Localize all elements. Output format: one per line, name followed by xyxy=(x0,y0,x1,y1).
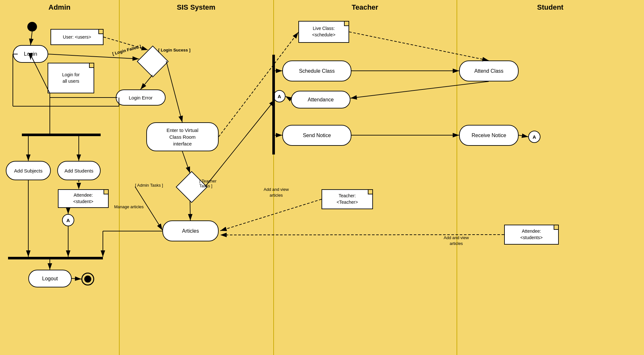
svg-line-36 xyxy=(519,135,528,137)
svg-line-30 xyxy=(350,81,489,98)
login-success-label: [ Login Sucess ] xyxy=(158,48,190,52)
attendee-student-note: Attendee:<student> xyxy=(58,189,109,208)
fork-bar-2 xyxy=(8,257,103,259)
fork-bar-1 xyxy=(22,134,101,136)
svg-line-2 xyxy=(31,32,32,45)
teacher-tasks-label: [ TeacherTasks ] xyxy=(199,179,216,188)
logout-node: Logout xyxy=(28,270,72,287)
attendee-students-note: Attendee:<students> xyxy=(504,225,559,245)
circle-a-admin: A xyxy=(62,214,74,226)
svg-line-29 xyxy=(349,32,489,61)
add-subjects-node: Add Subjects xyxy=(6,161,51,180)
attend-class-node: Attend Class xyxy=(459,61,519,81)
lane-divider-3 xyxy=(457,0,457,355)
end-circle-inner xyxy=(84,276,91,283)
end-circle-outer xyxy=(81,273,94,285)
add-view-student-label: Add and viewarticles xyxy=(444,235,469,247)
lane-divider-2 xyxy=(273,0,274,355)
svg-line-25 xyxy=(72,278,81,279)
admin-tasks-label: [ Admin Tasks ] xyxy=(135,183,163,188)
circle-a-student: A xyxy=(528,131,540,143)
enter-virtual-node: Enter to VirtualClass Roominterface xyxy=(146,122,219,151)
login-error-node: Login Error xyxy=(116,89,166,106)
add-view-teacher-label: Add and viewarticles xyxy=(264,187,289,198)
receive-notice-node: Receive Notice xyxy=(459,125,519,146)
svg-line-27 xyxy=(220,199,322,231)
svg-line-37 xyxy=(219,32,298,137)
lane-student: Student xyxy=(457,0,644,12)
articles-node: Articles xyxy=(162,220,219,241)
add-students-node: Add Students xyxy=(57,161,101,180)
teacher-note: Teacher:<Teacher> xyxy=(322,189,373,209)
svg-line-9 xyxy=(141,75,152,89)
manage-articles-label: Manage articles xyxy=(114,204,144,209)
svg-line-7 xyxy=(48,54,139,59)
login-for-all-note: Login forall users xyxy=(48,63,94,93)
lane-teacher: Teacher xyxy=(273,0,457,12)
login-failed-label: [ Login Failed ] xyxy=(112,44,142,56)
live-class-note: Live Class:<schedule> xyxy=(298,21,349,43)
user-note: User: <users> xyxy=(50,29,104,45)
diagram-container: Admin SIS System Teacher Student Login U… xyxy=(0,0,644,355)
schedule-class-node: Schedule Class xyxy=(282,61,351,81)
send-notice-node: Send Notice xyxy=(282,125,351,146)
attendance-node: Attendance xyxy=(291,91,350,108)
svg-line-12 xyxy=(190,201,190,220)
svg-line-31 xyxy=(286,96,291,99)
teacher-fork-bar xyxy=(272,55,275,154)
lane-admin: Admin xyxy=(0,0,119,12)
svg-line-11 xyxy=(182,151,190,173)
circle-a-teacher: A xyxy=(273,90,286,102)
start-circle xyxy=(27,22,37,32)
svg-line-10 xyxy=(166,61,182,122)
lane-sis: SIS System xyxy=(119,0,273,12)
login-node: Login xyxy=(13,45,48,63)
